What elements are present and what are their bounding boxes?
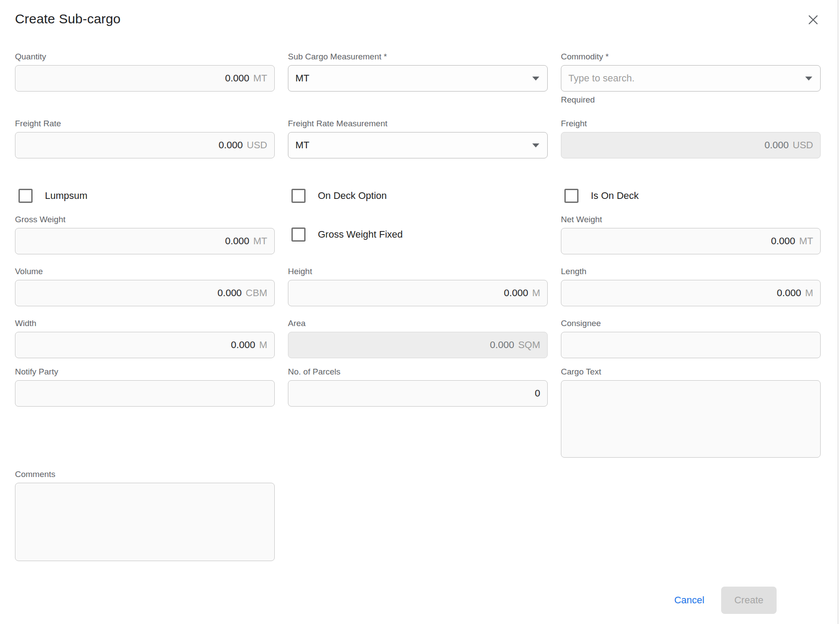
on-deck-option-label: On Deck Option — [318, 190, 387, 202]
width-field: Width 0.000 M — [15, 319, 275, 358]
freight-rate-measurement-select[interactable]: MT — [288, 132, 548, 158]
form-row-3: Gross Weight 0.000 MT Gross Weight Fixed… — [15, 215, 821, 254]
lumpsum-checkbox[interactable] — [18, 189, 33, 203]
form-row-1: Quantity 0.000 MT Sub Cargo Measurement … — [15, 52, 821, 105]
commodity-placeholder: Type to search. — [568, 73, 634, 84]
area-unit: SQM — [518, 339, 540, 351]
on-deck-option-checkbox[interactable] — [291, 189, 306, 203]
notify-party-input[interactable] — [15, 380, 275, 407]
checkbox-row: Lumpsum On Deck Option Is On Deck — [15, 189, 821, 203]
chevron-down-icon — [805, 77, 812, 81]
form-row-2: Freight Rate 0.000 USD Freight Rate Meas… — [15, 119, 821, 158]
gross-weight-label: Gross Weight — [15, 215, 275, 224]
freight-rate-input[interactable]: 0.000 USD — [15, 132, 275, 158]
close-button[interactable] — [806, 12, 821, 27]
lumpsum-checkbox-field: Lumpsum — [15, 189, 275, 203]
gross-weight-fixed-label: Gross Weight Fixed — [318, 229, 403, 240]
chevron-down-icon — [532, 143, 539, 147]
sub-cargo-measurement-field: Sub Cargo Measurement * MT — [288, 52, 548, 92]
net-weight-value: 0.000 — [771, 235, 795, 247]
gross-weight-input[interactable]: 0.000 MT — [15, 228, 275, 254]
cargo-text-label: Cargo Text — [561, 367, 821, 377]
net-weight-field: Net Weight 0.000 MT — [561, 215, 821, 254]
x-icon — [807, 14, 819, 26]
commodity-search-select[interactable]: Type to search. — [561, 65, 821, 92]
gross-weight-fixed-checkbox-field: Gross Weight Fixed — [288, 215, 548, 254]
create-sub-cargo-dialog: Create Sub-cargo Quantity 0.000 MT Sub C… — [0, 0, 840, 624]
height-input[interactable]: 0.000 M — [288, 280, 548, 306]
form-row-5: Width 0.000 M Area 0.000 SQM Consignee — [15, 319, 821, 358]
chevron-down-icon — [532, 77, 539, 81]
quantity-unit: MT — [253, 73, 267, 84]
commodity-field: Commodity * Type to search. Required — [561, 52, 821, 105]
net-weight-label: Net Weight — [561, 215, 821, 224]
create-button[interactable]: Create — [721, 587, 777, 614]
cancel-button[interactable]: Cancel — [668, 590, 710, 610]
form-row-7: Comments — [15, 470, 821, 561]
area-input-disabled: 0.000 SQM — [288, 332, 548, 358]
form-row-6: Notify Party No. of Parcels 0 Cargo Text — [15, 367, 821, 458]
cargo-text-field: Cargo Text — [561, 367, 821, 458]
volume-field: Volume 0.000 CBM — [15, 267, 275, 306]
gross-weight-field: Gross Weight 0.000 MT — [15, 215, 275, 254]
consignee-field: Consignee — [561, 319, 821, 358]
lumpsum-label: Lumpsum — [45, 190, 88, 202]
notify-party-field: Notify Party — [15, 367, 275, 407]
gross-weight-unit: MT — [253, 235, 267, 247]
commodity-required-helper: Required — [561, 95, 821, 105]
sub-cargo-measurement-label: Sub Cargo Measurement * — [288, 52, 548, 62]
volume-value: 0.000 — [217, 287, 242, 299]
width-unit: M — [259, 339, 267, 351]
width-label: Width — [15, 319, 275, 328]
volume-unit: CBM — [246, 287, 267, 299]
area-label: Area — [288, 319, 548, 328]
freight-label: Freight — [561, 119, 821, 128]
volume-label: Volume — [15, 267, 275, 276]
freight-unit: USD — [793, 139, 813, 151]
length-value: 0.000 — [777, 287, 801, 299]
comments-textarea[interactable] — [15, 483, 275, 561]
is-on-deck-checkbox[interactable] — [564, 189, 578, 203]
on-deck-option-checkbox-field: On Deck Option — [288, 189, 548, 203]
is-on-deck-label: Is On Deck — [591, 190, 639, 202]
freight-input-disabled: 0.000 USD — [561, 132, 821, 158]
dialog-footer: Cancel Create — [15, 587, 821, 614]
freight-rate-label: Freight Rate — [15, 119, 275, 128]
width-input[interactable]: 0.000 M — [15, 332, 275, 358]
sub-cargo-measurement-select[interactable]: MT — [288, 65, 548, 92]
consignee-input[interactable] — [561, 332, 821, 358]
dialog-header: Create Sub-cargo — [15, 11, 821, 27]
freight-rate-unit: USD — [247, 139, 267, 151]
freight-field: Freight 0.000 USD — [561, 119, 821, 158]
height-label: Height — [288, 267, 548, 276]
length-input[interactable]: 0.000 M — [561, 280, 821, 306]
cargo-text-textarea[interactable] — [561, 380, 821, 458]
height-value: 0.000 — [504, 287, 528, 299]
width-value: 0.000 — [231, 339, 255, 351]
no-of-parcels-value: 0 — [535, 388, 540, 399]
quantity-field: Quantity 0.000 MT — [15, 52, 275, 92]
freight-rate-measurement-value: MT — [295, 139, 309, 151]
quantity-value: 0.000 — [225, 73, 249, 84]
freight-rate-measurement-label: Freight Rate Measurement — [288, 119, 548, 128]
no-of-parcels-field: No. of Parcels 0 — [288, 367, 548, 407]
notify-party-label: Notify Party — [15, 367, 275, 377]
gross-weight-fixed-checkbox[interactable] — [291, 228, 306, 242]
height-field: Height 0.000 M — [288, 267, 548, 306]
freight-value: 0.000 — [764, 139, 788, 151]
freight-rate-measurement-field: Freight Rate Measurement MT — [288, 119, 548, 158]
consignee-label: Consignee — [561, 319, 821, 328]
net-weight-input[interactable]: 0.000 MT — [561, 228, 821, 254]
no-of-parcels-input[interactable]: 0 — [288, 380, 548, 407]
net-weight-unit: MT — [799, 235, 813, 247]
area-field: Area 0.000 SQM — [288, 319, 548, 358]
length-unit: M — [805, 287, 813, 299]
sub-cargo-measurement-value: MT — [295, 73, 309, 84]
dialog-right-edge — [838, 0, 838, 624]
comments-field: Comments — [15, 470, 275, 561]
quantity-input[interactable]: 0.000 MT — [15, 65, 275, 92]
dialog-title: Create Sub-cargo — [15, 11, 121, 26]
freight-rate-field: Freight Rate 0.000 USD — [15, 119, 275, 158]
area-value: 0.000 — [490, 339, 514, 351]
volume-input[interactable]: 0.000 CBM — [15, 280, 275, 306]
